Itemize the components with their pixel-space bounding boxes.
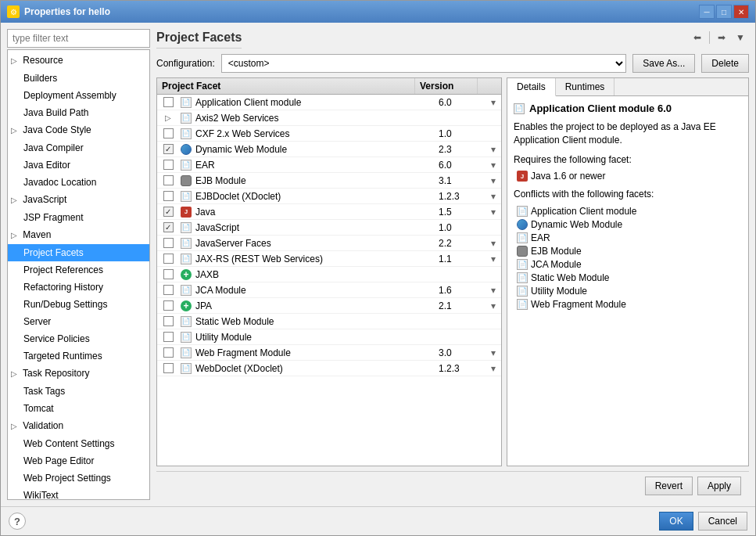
facet-version-dropdown[interactable]: ▾ bbox=[485, 191, 501, 202]
sidebar-item-server[interactable]: Server bbox=[8, 313, 149, 330]
facet-checkbox-cxf[interactable] bbox=[157, 128, 179, 138]
sidebar-item-resource[interactable]: ▷ Resource bbox=[8, 52, 149, 70]
table-row[interactable]: 📄 JAX-RS (REST Web Services) 1.1 ▾ bbox=[157, 251, 501, 267]
table-row[interactable]: 📄 Application Client module 6.0 ▾ bbox=[157, 95, 501, 110]
facet-checkbox-static-web[interactable] bbox=[157, 316, 179, 326]
help-button[interactable]: ? bbox=[9, 513, 26, 530]
table-row[interactable]: ▷ 📄 Axis2 Web Services bbox=[157, 110, 501, 126]
facet-expand-axis2[interactable]: ▷ bbox=[157, 113, 179, 122]
facet-version-dropdown[interactable]: ▾ bbox=[485, 363, 501, 374]
minimize-button[interactable]: ─ bbox=[699, 5, 715, 19]
table-row[interactable]: 📄 Web Fragment Module 3.0 ▾ bbox=[157, 345, 501, 361]
revert-button[interactable]: Revert bbox=[645, 477, 693, 495]
facet-checkbox-javascript[interactable]: ✓ bbox=[157, 222, 179, 232]
forward-button[interactable]: ➡ bbox=[713, 29, 730, 46]
table-row[interactable]: ✓ 📄 JavaScript 1.0 bbox=[157, 220, 501, 236]
toolbar-separator bbox=[709, 31, 710, 44]
facet-version: 1.0 bbox=[439, 222, 485, 233]
facet-checkbox-jsf[interactable] bbox=[157, 238, 179, 248]
tab-details[interactable]: Details bbox=[507, 78, 556, 96]
facet-version-dropdown[interactable]: ▾ bbox=[485, 254, 501, 264]
facet-checkbox-dynamic-web[interactable]: ✓ bbox=[157, 144, 179, 154]
save-as-button[interactable]: Save As... bbox=[632, 54, 695, 73]
facet-version-dropdown[interactable]: ▾ bbox=[485, 144, 501, 155]
table-row[interactable]: 📄 Static Web Module bbox=[157, 314, 501, 329]
sidebar-item-run-debug-settings[interactable]: Run/Debug Settings bbox=[8, 296, 149, 313]
sidebar-item-targeted-runtimes[interactable]: Targeted Runtimes bbox=[8, 347, 149, 365]
facet-checkbox-webdoclet[interactable] bbox=[157, 363, 179, 373]
table-row[interactable]: EJB Module 3.1 ▾ bbox=[157, 173, 501, 189]
table-row[interactable]: 📄 Utility Module bbox=[157, 329, 501, 345]
sidebar-item-web-content-settings[interactable]: Web Content Settings bbox=[8, 435, 149, 452]
sidebar-item-java-compiler[interactable]: Java Compiler bbox=[8, 139, 149, 156]
table-row[interactable]: + JAXB bbox=[157, 267, 501, 282]
sidebar-item-task-tags[interactable]: Task Tags bbox=[8, 383, 149, 400]
panel-title: Project Facets bbox=[156, 31, 242, 49]
sidebar-item-maven[interactable]: ▷ Maven bbox=[8, 226, 149, 244]
table-row[interactable]: 📄 JCA Module 1.6 ▾ bbox=[157, 282, 501, 298]
facet-checkbox-app-client[interactable] bbox=[157, 97, 179, 107]
facet-checkbox-java[interactable]: ✓ bbox=[157, 207, 179, 217]
facet-name: EJB Module bbox=[193, 175, 439, 186]
facet-version-dropdown[interactable]: ▾ bbox=[485, 238, 501, 249]
sidebar-item-java-editor[interactable]: Java Editor bbox=[8, 156, 149, 174]
table-row[interactable]: 📄 CXF 2.x Web Services 1.0 bbox=[157, 126, 501, 142]
close-button[interactable]: ✕ bbox=[733, 5, 749, 19]
sidebar-item-wikitext[interactable]: WikiText bbox=[8, 487, 149, 500]
sidebar-item-javadoc-location[interactable]: Javadoc Location bbox=[8, 174, 149, 191]
facet-checkbox-ejb[interactable] bbox=[157, 175, 179, 185]
facet-name: Java bbox=[193, 207, 439, 218]
details-conflict-item: Dynamic Web Module bbox=[514, 219, 742, 230]
sidebar-item-tomcat[interactable]: Tomcat bbox=[8, 400, 149, 417]
conflict-icon-3: 📄 bbox=[517, 232, 528, 243]
sidebar-item-web-project-settings[interactable]: Web Project Settings bbox=[8, 469, 149, 487]
cancel-button[interactable]: Cancel bbox=[698, 512, 747, 531]
ok-button[interactable]: OK bbox=[659, 512, 693, 531]
back-button[interactable]: ⬅ bbox=[689, 29, 706, 46]
sidebar-item-deployment-assembly[interactable]: Deployment Assembly bbox=[8, 87, 149, 104]
table-row[interactable]: 📄 EAR 6.0 ▾ bbox=[157, 157, 501, 173]
facet-checkbox-jca[interactable] bbox=[157, 285, 179, 295]
sidebar-item-javascript[interactable]: ▷ JavaScript bbox=[8, 191, 149, 209]
sidebar-item-refactoring-history[interactable]: Refactoring History bbox=[8, 279, 149, 296]
facet-version-dropdown[interactable]: ▾ bbox=[485, 175, 501, 186]
facet-checkbox-jaxb[interactable] bbox=[157, 269, 179, 279]
delete-button[interactable]: Delete bbox=[701, 54, 749, 73]
facet-version-dropdown[interactable]: ▾ bbox=[485, 285, 501, 296]
sidebar-item-service-policies[interactable]: Service Policies bbox=[8, 330, 149, 347]
tab-runtimes[interactable]: Runtimes bbox=[556, 78, 615, 95]
facet-version-dropdown[interactable]: ▾ bbox=[485, 300, 501, 311]
facet-version-dropdown[interactable]: ▾ bbox=[485, 207, 501, 218]
sidebar-item-task-repository[interactable]: ▷ Task Repository bbox=[8, 365, 149, 383]
facet-version-dropdown[interactable]: ▾ bbox=[485, 97, 501, 108]
facet-version-dropdown[interactable]: ▾ bbox=[485, 347, 501, 358]
sidebar-item-web-page-editor[interactable]: Web Page Editor bbox=[8, 452, 149, 469]
apply-button[interactable]: Apply bbox=[697, 477, 741, 495]
facet-version-dropdown[interactable]: ▾ bbox=[485, 160, 501, 171]
filter-input[interactable] bbox=[7, 29, 150, 48]
table-row[interactable]: ✓ Dynamic Web Module 2.3 ▾ bbox=[157, 142, 501, 157]
toolbar-dropdown[interactable]: ▼ bbox=[732, 29, 749, 46]
facet-checkbox-web-fragment[interactable] bbox=[157, 347, 179, 358]
sidebar-item-java-build-path[interactable]: Java Build Path bbox=[8, 104, 149, 121]
sidebar-item-java-code-style[interactable]: ▷ Java Code Style bbox=[8, 121, 149, 139]
maximize-button[interactable]: □ bbox=[716, 5, 732, 19]
facet-checkbox-ear[interactable] bbox=[157, 160, 179, 170]
sidebar-item-builders[interactable]: Builders bbox=[8, 70, 149, 87]
sidebar-item-project-facets[interactable]: Project Facets bbox=[8, 244, 149, 261]
sidebar-item-validation[interactable]: ▷ Validation bbox=[8, 417, 149, 435]
table-row[interactable]: 📄 EJBDoclet (XDoclet) 1.2.3 ▾ bbox=[157, 189, 501, 204]
config-select[interactable]: <custom> bbox=[221, 54, 627, 73]
facet-checkbox-utility[interactable] bbox=[157, 332, 179, 342]
table-row[interactable]: ✓ J Java 1.5 ▾ bbox=[157, 204, 501, 220]
sidebar-item-jsp-fragment[interactable]: JSP Fragment bbox=[8, 209, 149, 226]
table-row[interactable]: 📄 JavaServer Faces 2.2 ▾ bbox=[157, 236, 501, 251]
sidebar-item-project-references[interactable]: Project References bbox=[8, 261, 149, 279]
facet-checkbox-jaxrs[interactable] bbox=[157, 254, 179, 264]
table-row[interactable]: 📄 WebDoclet (XDoclet) 1.2.3 ▾ bbox=[157, 361, 501, 376]
facet-checkbox-jpa[interactable] bbox=[157, 300, 179, 311]
facet-icon-utility: 📄 bbox=[179, 332, 193, 343]
table-row[interactable]: + JPA 2.1 ▾ bbox=[157, 298, 501, 314]
facet-checkbox-ejbdoclet[interactable] bbox=[157, 191, 179, 201]
tree-container: ▷ Resource Builders Deployment Assembly … bbox=[7, 49, 150, 500]
